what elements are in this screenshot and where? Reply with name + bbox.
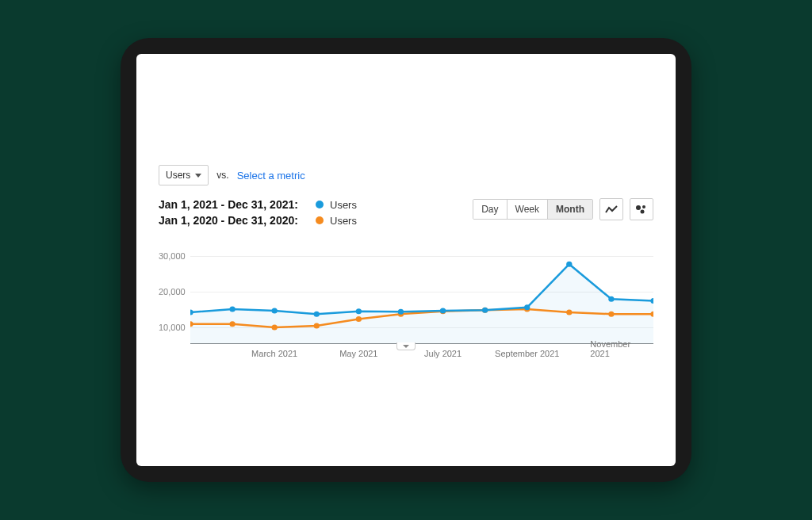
legend-series-name: Users [330, 215, 357, 227]
svg-point-20 [398, 309, 404, 315]
chart-area: 30,000 20,000 10,000 March 2021 May 2021… [159, 244, 653, 363]
svg-point-6 [314, 323, 320, 328]
legend-range-2020: Jan 1, 2020 - Dec 31, 2020: [159, 214, 309, 227]
svg-point-25 [608, 296, 614, 302]
svg-point-7 [356, 316, 362, 322]
svg-point-5 [272, 325, 278, 331]
select-metric-link[interactable]: Select a metric [237, 170, 305, 182]
x-tick-label: July 2021 [424, 349, 462, 358]
expand-chart-toggle[interactable] [396, 342, 416, 350]
y-tick-label: 20,000 [159, 287, 186, 296]
svg-point-21 [440, 308, 446, 314]
svg-point-2 [641, 210, 645, 214]
svg-point-19 [356, 308, 362, 314]
granularity-week[interactable]: Week [507, 200, 547, 219]
line-chart-type-button[interactable] [599, 198, 623, 220]
svg-point-1 [642, 205, 645, 208]
svg-point-17 [272, 308, 278, 314]
granularity-segmented: Day Week Month [473, 199, 593, 220]
chart-legend: Jan 1, 2021 - Dec 31, 2021: Users Jan 1,… [159, 198, 357, 230]
x-tick-label: May 2021 [339, 349, 377, 358]
svg-point-16 [229, 306, 235, 312]
y-tick-label: 10,000 [159, 323, 186, 332]
x-tick-label: September 2021 [495, 349, 559, 358]
svg-point-12 [566, 310, 572, 315]
line-chart-icon [605, 205, 618, 214]
vs-label: vs. [216, 170, 228, 181]
metric-dropdown-label: Users [166, 170, 190, 181]
chart-controls: Day Week Month [473, 198, 653, 220]
svg-point-23 [524, 304, 530, 310]
metric-dropdown[interactable]: Users [159, 165, 209, 185]
legend-item-2021: Jan 1, 2021 - Dec 31, 2021: Users [159, 198, 357, 211]
legend-item-2020: Jan 1, 2020 - Dec 31, 2020: Users [159, 214, 357, 227]
bubble-chart-icon [635, 204, 648, 215]
chart-svg [190, 244, 653, 344]
svg-point-24 [566, 262, 572, 267]
svg-point-13 [608, 312, 614, 317]
svg-point-18 [314, 312, 320, 317]
y-tick-label: 30,000 [159, 251, 186, 261]
legend-series-name: Users [330, 199, 357, 211]
tablet-frame: Users vs. Select a metric Jan 1, 2021 - … [121, 38, 691, 482]
chevron-down-icon [195, 174, 201, 178]
legend-and-controls: Jan 1, 2021 - Dec 31, 2021: Users Jan 1,… [159, 198, 653, 230]
x-tick-label: November 2021 [590, 339, 632, 358]
granularity-month[interactable]: Month [547, 200, 592, 219]
x-tick-label: March 2021 [251, 349, 297, 358]
legend-range-2021: Jan 1, 2021 - Dec 31, 2021: [159, 198, 309, 211]
metric-selector-row: Users vs. Select a metric [159, 165, 653, 185]
svg-point-0 [636, 205, 641, 210]
granularity-day[interactable]: Day [473, 200, 506, 219]
legend-dot-icon [316, 216, 324, 224]
analytics-panel: Users vs. Select a metric Jan 1, 2021 - … [136, 165, 676, 363]
motion-chart-type-button[interactable] [630, 198, 653, 220]
svg-point-22 [482, 308, 488, 313]
screen: Users vs. Select a metric Jan 1, 2021 - … [136, 54, 676, 466]
svg-point-4 [229, 321, 235, 327]
legend-dot-icon [316, 201, 324, 208]
